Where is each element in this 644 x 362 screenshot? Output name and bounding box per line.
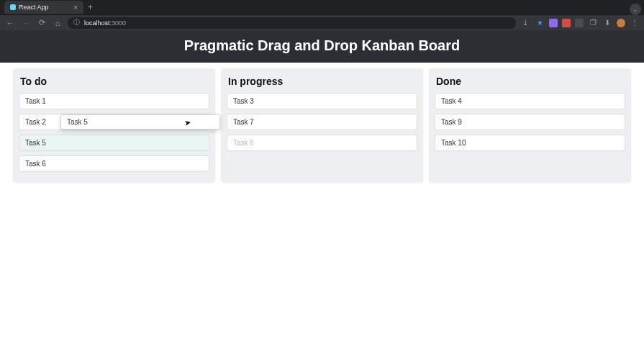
browser-chrome: React App × + ⌄ ← → ⟳ ⌂ ⓘ localhost:3000…: [0, 0, 644, 30]
app-header: Pragmatic Drag and Drop Kanban Board: [0, 30, 644, 63]
kanban-card[interactable]: Task 9: [435, 114, 625, 130]
kanban-card[interactable]: Task 5: [19, 135, 209, 151]
column-title: In progress: [228, 76, 416, 87]
tab-title: React App: [19, 4, 49, 11]
kanban-card[interactable]: Task 7: [227, 114, 417, 130]
react-favicon: [10, 4, 16, 10]
card-label: Task 10: [441, 139, 466, 147]
kanban-board: To do Task 1 Task 2 Task 5 Task 6 In pro…: [0, 63, 644, 188]
extensions-menu-icon[interactable]: ❐: [588, 18, 598, 28]
card-label: Task 3: [233, 97, 254, 105]
page-title: Pragmatic Drag and Drop Kanban Board: [0, 37, 644, 54]
kanban-card[interactable]: Task 3: [227, 93, 417, 109]
kanban-card[interactable]: Task 1: [19, 93, 209, 109]
toolbar-right-actions: ⤓ ★ ❐ ⬇ ⋮: [520, 18, 640, 28]
card-label: Task 4: [441, 97, 462, 105]
tab-strip: React App × + ⌄: [0, 0, 644, 14]
extension-icon[interactable]: [575, 19, 584, 27]
column-in-progress[interactable]: In progress Task 3 Task 7 Task 8: [221, 68, 423, 182]
column-title: Done: [436, 76, 624, 87]
card-label: Task 6: [25, 160, 46, 168]
home-button[interactable]: ⌂: [52, 17, 63, 29]
close-tab-icon[interactable]: ×: [73, 4, 78, 12]
profile-avatar[interactable]: [617, 19, 625, 27]
install-app-icon[interactable]: ⤓: [520, 18, 530, 28]
forward-button[interactable]: →: [20, 17, 32, 29]
address-bar[interactable]: ⓘ localhost:3000: [68, 17, 516, 29]
back-button[interactable]: ←: [4, 17, 16, 29]
browser-tab[interactable]: React App ×: [4, 1, 83, 14]
reload-button[interactable]: ⟳: [36, 17, 47, 29]
extension-icon[interactable]: [562, 19, 571, 27]
kebab-menu-icon[interactable]: ⋮: [630, 18, 640, 28]
window-controls: ⌄: [630, 1, 641, 15]
kanban-card[interactable]: Task 4: [435, 93, 625, 109]
kanban-card[interactable]: Task 10: [435, 135, 625, 151]
column-done[interactable]: Done Task 4 Task 9 Task 10: [429, 68, 631, 182]
kanban-card[interactable]: Task 6: [19, 155, 209, 172]
card-label: Task 9: [441, 118, 462, 126]
kanban-card[interactable]: Task 8: [227, 135, 417, 151]
downloads-icon[interactable]: ⬇: [602, 18, 612, 28]
url-port: :3000: [110, 19, 127, 27]
app-viewport: Pragmatic Drag and Drop Kanban Board To …: [0, 30, 644, 362]
browser-toolbar: ← → ⟳ ⌂ ⓘ localhost:3000 ⤓ ★ ❐ ⬇ ⋮: [0, 14, 644, 30]
card-label: Task 5: [25, 139, 46, 147]
new-tab-button[interactable]: +: [83, 2, 97, 12]
site-info-icon[interactable]: ⓘ: [73, 18, 80, 27]
card-label: Task 2: [25, 118, 46, 126]
card-label: Task 1: [25, 97, 46, 105]
extension-icon[interactable]: [549, 19, 558, 27]
column-todo[interactable]: To do Task 1 Task 2 Task 5 Task 6: [13, 68, 215, 182]
column-title: To do: [20, 76, 208, 87]
card-label: Task 7: [233, 118, 254, 126]
url-host: localhost: [84, 19, 110, 27]
kanban-card[interactable]: Task 2: [19, 114, 209, 130]
chevron-down-icon[interactable]: ⌄: [630, 4, 641, 15]
card-label: Task 8: [233, 139, 254, 147]
bookmark-star-icon[interactable]: ★: [535, 18, 545, 28]
url-text: localhost:3000: [84, 19, 126, 27]
